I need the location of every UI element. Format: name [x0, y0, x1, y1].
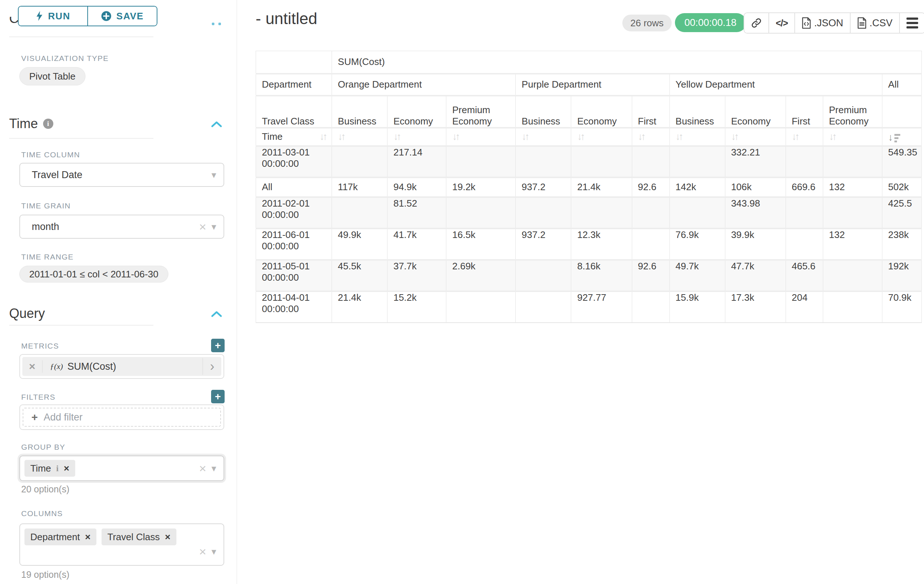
group-by-select[interactable]: Time i × × ▾: [19, 456, 224, 481]
sort-toggle-icon[interactable]: ↓↑: [393, 131, 399, 142]
chevron-down-icon[interactable]: ▾: [211, 169, 216, 181]
export-toolbar: </> .JSON .CSV: [744, 12, 924, 34]
groupby-tag-time[interactable]: Time i ×: [25, 460, 75, 477]
pivot-value-cell: [516, 291, 571, 322]
columns-tag-department[interactable]: Department ×: [25, 528, 96, 545]
lightning-bolt-icon: [36, 11, 43, 21]
pivot-value-cell: [785, 197, 823, 229]
metrics-control: × ƒ(x) SUM(Cost) ›: [19, 354, 224, 379]
pivot-value-cell: [571, 197, 632, 229]
chevron-up-icon[interactable]: [211, 310, 222, 317]
remove-metric-icon[interactable]: ×: [22, 360, 43, 373]
run-button[interactable]: RUN: [19, 7, 87, 26]
add-filter-button[interactable]: + Add filter: [23, 408, 221, 427]
add-filter-plus-button[interactable]: +: [211, 390, 224, 403]
visualization-type-pill[interactable]: Pivot Table: [19, 67, 86, 86]
pivot-value-cell: 238k: [882, 229, 921, 260]
save-button[interactable]: SAVE: [87, 7, 157, 26]
clear-icon[interactable]: ×: [199, 220, 206, 233]
remove-tag-icon[interactable]: ×: [165, 531, 170, 543]
pivot-row-label: All: [256, 178, 332, 197]
pivot-value-cell: 17.3k: [725, 291, 785, 322]
sort-header-cell[interactable]: ↓↑: [332, 128, 388, 146]
chevron-up-icon-clipped: [212, 23, 214, 25]
chevron-right-icon[interactable]: ›: [202, 358, 221, 375]
filters-control: + Add filter: [19, 405, 224, 430]
sort-toggle-icon[interactable]: ↓↑: [792, 131, 798, 142]
pivot-value-cell: [632, 197, 670, 229]
pivot-value-cell: [632, 291, 670, 322]
menu-button[interactable]: [899, 13, 924, 33]
pivot-value-cell: [446, 291, 516, 322]
run-save-button-group: RUN SAVE: [18, 6, 157, 26]
pivot-sub-col-header: Business: [332, 95, 388, 128]
chevron-down-icon[interactable]: ▾: [211, 221, 216, 232]
clear-icon[interactable]: ×: [199, 462, 206, 474]
pivot-value-cell: 49.7k: [670, 260, 725, 291]
pivot-row-dimension-time[interactable]: ↓↑Time: [256, 128, 332, 146]
visualization-type-label: VISUALIZATION TYPE: [21, 54, 109, 63]
pivot-metric-row: SUM(Cost): [256, 51, 922, 74]
query-section-title: Query: [9, 306, 45, 321]
sort-toggle-icon[interactable]: ↓↑: [338, 131, 344, 142]
sort-header-cell[interactable]: ↓↑: [823, 128, 882, 146]
copy-link-button[interactable]: [744, 13, 769, 33]
sort-header-cell[interactable]: ↓↑: [516, 128, 571, 146]
sort-header-cell[interactable]: ↓: [882, 128, 921, 146]
columns-tag-travel-class[interactable]: Travel Class ×: [102, 528, 177, 545]
clear-icon[interactable]: ×: [199, 545, 206, 558]
pivot-dimension-travel-class: Travel Class: [256, 95, 332, 128]
pivot-value-cell: [670, 197, 725, 229]
chevron-down-icon[interactable]: ▾: [211, 463, 216, 474]
sort-header-cell[interactable]: ↓↑: [785, 128, 823, 146]
chart-title[interactable]: - untitled: [256, 10, 317, 28]
info-icon: i: [56, 464, 59, 474]
pivot-value-cell: 132: [823, 178, 882, 197]
sort-header-cell[interactable]: ↓↑: [388, 128, 446, 146]
pivot-value-cell: [632, 229, 670, 260]
chevron-up-icon[interactable]: [211, 120, 222, 128]
pivot-value-cell: 2.69k: [446, 260, 516, 291]
pivot-value-cell: [332, 146, 388, 178]
pivot-value-cell: 41.7k: [388, 229, 446, 260]
sort-header-cell[interactable]: ↓↑: [725, 128, 785, 146]
columns-select[interactable]: Department × Travel Class × × ▾: [19, 523, 224, 566]
pivot-col-group-header: Purple Department: [516, 74, 670, 95]
export-json-button[interactable]: .JSON: [794, 13, 850, 33]
explore-chart-view: Chart Type RUN SAVE VISUALIZATION TYPE P…: [0, 0, 924, 584]
sort-toggle-icon[interactable]: ↓↑: [638, 131, 644, 142]
sort-descending-icon[interactable]: ↓: [888, 133, 901, 142]
time-range-pill[interactable]: 2011-01-01 ≤ col < 2011-06-30: [19, 266, 168, 283]
chevron-down-icon[interactable]: ▾: [211, 546, 216, 558]
sort-toggle-icon[interactable]: ↓↑: [521, 131, 528, 142]
sort-header-cell[interactable]: ↓↑: [670, 128, 725, 146]
pivot-row-dimension-label: Time: [262, 131, 283, 142]
pivot-sub-col-row: Travel ClassBusinessEconomyPremium Econo…: [256, 95, 922, 128]
sort-toggle-icon[interactable]: ↓↑: [320, 131, 326, 142]
add-metric-button[interactable]: +: [211, 339, 224, 352]
sort-toggle-icon[interactable]: ↓↑: [577, 131, 583, 142]
time-grain-select[interactable]: month × ▾: [19, 215, 224, 239]
metric-pill[interactable]: × ƒ(x) SUM(Cost) ›: [22, 357, 221, 376]
sort-toggle-icon[interactable]: ↓↑: [452, 131, 458, 142]
sort-header-cell[interactable]: ↓↑: [571, 128, 632, 146]
sort-header-cell[interactable]: ↓↑: [446, 128, 516, 146]
embed-code-button[interactable]: </>: [769, 13, 794, 33]
remove-tag-icon[interactable]: ×: [64, 463, 69, 474]
row-count-badge: 26 rows: [622, 15, 672, 31]
time-column-select[interactable]: Travel Date ▾: [19, 163, 224, 187]
pivot-value-cell: 937.2: [516, 178, 571, 197]
pivot-data-row: All117k94.9k19.2k937.221.4k92.6142k106k6…: [256, 178, 922, 197]
time-range-label: TIME RANGE: [21, 253, 74, 262]
pivot-value-cell: [446, 146, 516, 178]
export-csv-button[interactable]: .CSV: [850, 13, 899, 33]
export-json-label: .JSON: [814, 18, 843, 29]
pivot-value-cell: 204: [785, 291, 823, 322]
sort-toggle-icon[interactable]: ↓↑: [829, 131, 835, 142]
sort-toggle-icon[interactable]: ↓↑: [676, 131, 682, 142]
sort-toggle-icon[interactable]: ↓↑: [731, 131, 738, 142]
pivot-value-cell: 37.7k: [388, 260, 446, 291]
remove-tag-icon[interactable]: ×: [85, 531, 91, 543]
divider: [9, 325, 153, 326]
sort-header-cell[interactable]: ↓↑: [632, 128, 670, 146]
